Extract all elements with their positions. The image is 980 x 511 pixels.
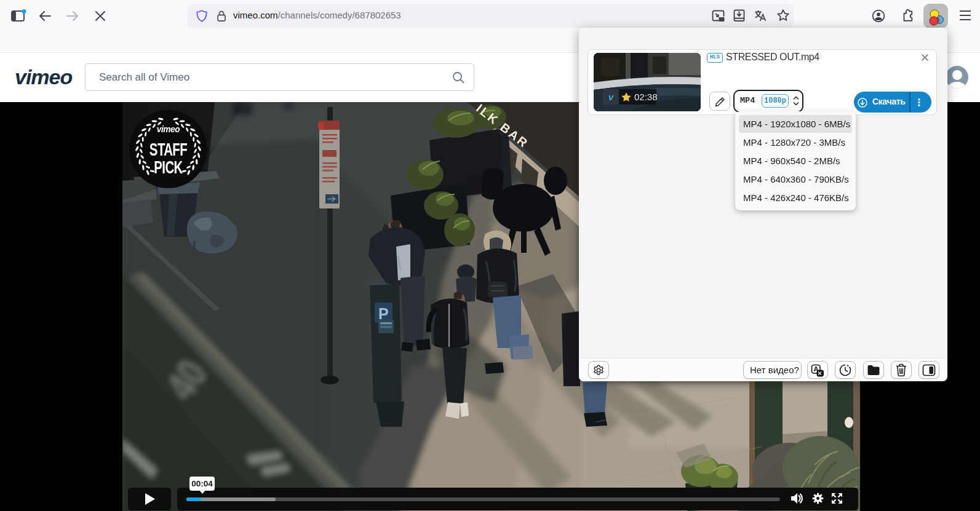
svg-text:vimeo: vimeo	[157, 125, 180, 134]
svg-text:P: P	[378, 305, 389, 322]
svg-text:STAFF: STAFF	[149, 139, 188, 159]
svg-text:PICK: PICK	[154, 157, 183, 176]
